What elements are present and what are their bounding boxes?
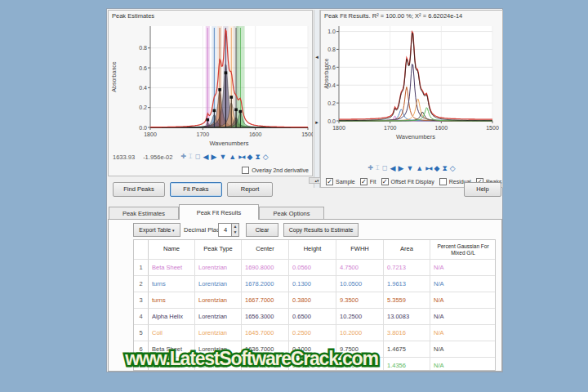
table-cell[interactable]: Lorentzian <box>195 276 242 292</box>
table-cell[interactable]: 10.0500 <box>336 276 384 292</box>
estimates-chart[interactable]: 18001700160015000.00.20.40.60.8Absorbanc… <box>109 21 313 150</box>
copy-results-button[interactable]: Copy Results to Estimate <box>283 223 359 237</box>
expand-height-icon[interactable]: ◇ <box>450 164 456 172</box>
table-header-cell: Center <box>242 240 289 260</box>
fit-width-icon[interactable]: ▶◀ <box>238 153 244 161</box>
zoom-region-icon[interactable]: ◻ <box>382 164 388 172</box>
table-cell[interactable]: 0.0560 <box>289 260 336 276</box>
splitter-collapse-right-icon[interactable]: ▸ <box>314 119 319 126</box>
checkbox-box-icon[interactable] <box>439 178 447 185</box>
splitter-collapse-left-icon[interactable]: ◂ <box>314 54 319 60</box>
table-cell[interactable]: 5.3559 <box>384 292 430 309</box>
checkbox-offset-fit-display[interactable]: ✓Offset Fit Display <box>381 178 434 185</box>
table-cell[interactable]: N/A <box>430 260 496 276</box>
checkbox-sample[interactable]: ✓Sample <box>326 178 355 185</box>
table-cell[interactable]: 4.7500 <box>336 260 384 276</box>
table-cell[interactable]: 4 <box>134 309 149 325</box>
table-cell[interactable]: 0.3800 <box>289 292 336 309</box>
table-header-cell: Height <box>289 240 336 260</box>
report-button[interactable]: Report <box>227 182 273 197</box>
overlay-2nd-derivative-checkbox[interactable]: Overlay 2nd derivative <box>242 167 309 174</box>
table-cell[interactable]: 0.2500 <box>289 325 336 341</box>
table-cell[interactable]: Lorentzian <box>195 309 242 325</box>
tab-peak-fit-results[interactable]: Peak Fit Results <box>179 204 259 220</box>
table-cell[interactable]: 1656.3000 <box>242 309 289 325</box>
table-cell[interactable]: 1690.8000 <box>242 260 289 276</box>
pan-icon[interactable]: ✚ <box>368 164 373 172</box>
fit-width-icon[interactable]: ▶◀ <box>425 164 431 172</box>
table-cell[interactable]: 3.8016 <box>384 325 430 341</box>
table-cell[interactable]: 1667.7000 <box>242 292 289 309</box>
table-cell[interactable]: Coil <box>149 325 195 341</box>
checkbox-fit[interactable]: ✓Fit <box>360 178 376 185</box>
scroll-left-icon[interactable]: ◀ <box>203 153 209 161</box>
help-button[interactable]: Help <box>464 182 501 197</box>
scroll-right-icon[interactable]: ▶ <box>211 153 216 161</box>
table-cell[interactable]: N/A <box>430 276 496 292</box>
scroll-left-icon[interactable]: ◀ <box>390 164 396 172</box>
table-cell[interactable]: N/A <box>430 309 496 325</box>
table-cell[interactable]: 9.3500 <box>336 292 384 309</box>
table-row[interactable]: 3turnsLorentzian1667.70000.38009.35005.3… <box>134 292 495 309</box>
export-table-button[interactable]: Export Table ▾ <box>133 223 180 237</box>
table-row[interactable]: 4Alpha HelixLorentzian1656.30000.650010.… <box>134 309 495 325</box>
table-cell[interactable]: 1.4675 <box>384 341 430 358</box>
find-peaks-button[interactable]: Find Peaks <box>113 182 165 197</box>
scroll-down-icon[interactable]: ▼ <box>406 164 413 172</box>
table-cell[interactable]: turns <box>149 292 195 309</box>
table-cell[interactable]: N/A <box>430 325 496 341</box>
scroll-down-icon[interactable]: ▼ <box>219 153 226 161</box>
cursor-icon[interactable]: ⌶ <box>189 153 193 161</box>
scroll-up-icon[interactable]: ▲ <box>416 164 423 172</box>
clear-button[interactable]: Clear <box>246 223 278 237</box>
table-cell[interactable]: 13.0083 <box>384 309 430 325</box>
table-cell[interactable]: 5 <box>134 325 149 341</box>
fit-height-icon[interactable]: ⧗ <box>442 164 447 172</box>
table-cell[interactable]: 0.7213 <box>384 260 430 276</box>
expand-height-icon[interactable]: ◇ <box>263 153 269 161</box>
cursor-icon[interactable]: ⌶ <box>376 164 380 172</box>
table-cell[interactable]: 0.6500 <box>289 309 336 325</box>
table-cell[interactable]: 1645.7000 <box>242 325 289 341</box>
tab-peak-estimates[interactable]: Peak Estimates <box>109 207 179 220</box>
table-row[interactable]: 2turnsLorentzian1678.20000.130010.05001.… <box>134 276 495 292</box>
checkbox-box-icon[interactable]: ✓ <box>326 178 333 185</box>
chart-splitter[interactable]: ◂ ▸ <box>314 10 320 188</box>
table-cell[interactable]: Lorentzian <box>195 260 242 276</box>
checkbox-box-icon[interactable] <box>242 167 249 174</box>
checkbox-box-icon[interactable]: ✓ <box>381 178 389 185</box>
table-cell[interactable]: 1 <box>134 260 149 276</box>
table-cell[interactable]: 1.9613 <box>384 276 430 292</box>
table-cell[interactable]: 10.2500 <box>336 309 384 325</box>
svg-text:0.8: 0.8 <box>139 45 147 51</box>
checkbox-box-icon[interactable]: ✓ <box>360 178 368 185</box>
table-cell[interactable]: N/A <box>430 292 496 309</box>
tab-peak-options[interactable]: Peak Options <box>259 207 324 220</box>
table-cell[interactable]: turns <box>149 276 195 292</box>
table-cell[interactable]: 1.4356 <box>384 358 430 371</box>
table-cell[interactable]: Lorentzian <box>195 325 242 341</box>
pan-icon[interactable]: ✚ <box>180 153 186 161</box>
table-cell[interactable]: N/A <box>430 341 496 358</box>
scroll-up-icon[interactable]: ▲ <box>229 153 236 161</box>
table-cell[interactable]: Alpha Helix <box>149 309 195 325</box>
fit-chart[interactable]: 18001700160015000.00.20.40.60.81.0Absorb… <box>322 21 503 145</box>
table-cell[interactable]: Lorentzian <box>195 292 242 309</box>
fit-height-icon[interactable]: ⧗ <box>255 153 260 161</box>
table-cell[interactable]: N/A <box>430 358 496 371</box>
table-cell[interactable]: 3 <box>134 292 149 309</box>
zoom-region-icon[interactable]: ◻ <box>195 153 201 161</box>
table-row[interactable]: 1Beta SheetLorentzian1690.80000.05604.75… <box>134 260 495 276</box>
table-cell[interactable]: Beta Sheet <box>149 260 195 276</box>
spinner-down-icon[interactable]: ▼ <box>231 229 238 236</box>
table-row[interactable]: 5CoilLorentzian1645.70000.250010.20003.8… <box>134 325 495 341</box>
table-cell[interactable]: 2 <box>134 276 149 292</box>
table-cell[interactable]: 1678.2000 <box>242 276 289 292</box>
decimal-places-spinner[interactable]: 4 ▲ ▼ <box>218 223 239 237</box>
table-cell[interactable]: 10.2000 <box>336 325 384 341</box>
fit-peaks-button[interactable]: Fit Peaks <box>170 182 222 197</box>
table-cell[interactable]: 0.1300 <box>289 276 336 292</box>
expand-width-icon[interactable]: ◆ <box>247 153 252 161</box>
scroll-right-icon[interactable]: ▶ <box>398 164 403 172</box>
expand-width-icon[interactable]: ◆ <box>434 164 439 172</box>
